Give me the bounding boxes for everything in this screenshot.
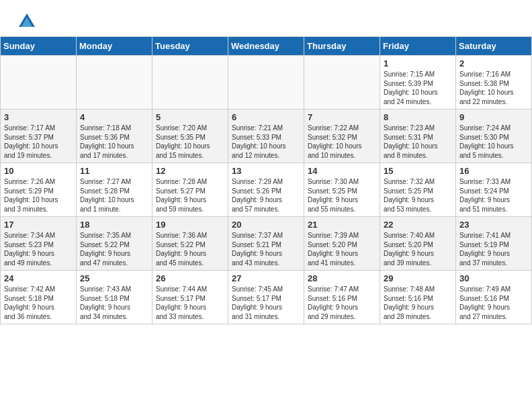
cell-info: Sunrise: 7:48 AM Sunset: 5:16 PM Dayligh… bbox=[384, 285, 452, 321]
day-number: 16 bbox=[459, 166, 528, 176]
day-number: 9 bbox=[459, 112, 528, 122]
day-header-saturday: Saturday bbox=[456, 37, 532, 56]
logo bbox=[16, 12, 36, 31]
day-header-sunday: Sunday bbox=[1, 37, 77, 56]
cell-info: Sunrise: 7:21 AM Sunset: 5:33 PM Dayligh… bbox=[232, 124, 300, 160]
calendar-cell: 2Sunrise: 7:16 AM Sunset: 5:38 PM Daylig… bbox=[456, 56, 532, 109]
cell-info: Sunrise: 7:17 AM Sunset: 5:37 PM Dayligh… bbox=[4, 124, 73, 160]
cell-info: Sunrise: 7:35 AM Sunset: 5:22 PM Dayligh… bbox=[80, 231, 148, 267]
day-number: 7 bbox=[308, 112, 376, 122]
day-header-tuesday: Tuesday bbox=[152, 37, 228, 56]
day-number: 19 bbox=[156, 220, 224, 230]
day-number: 27 bbox=[232, 273, 300, 283]
day-header-monday: Monday bbox=[77, 37, 152, 56]
day-number: 30 bbox=[459, 273, 528, 283]
cell-info: Sunrise: 7:47 AM Sunset: 5:16 PM Dayligh… bbox=[308, 285, 376, 321]
day-header-thursday: Thursday bbox=[304, 37, 380, 56]
cell-info: Sunrise: 7:18 AM Sunset: 5:36 PM Dayligh… bbox=[80, 124, 148, 160]
cell-info: Sunrise: 7:23 AM Sunset: 5:31 PM Dayligh… bbox=[384, 124, 452, 160]
calendar-cell: 5Sunrise: 7:20 AM Sunset: 5:35 PM Daylig… bbox=[152, 109, 228, 163]
day-header-friday: Friday bbox=[380, 37, 456, 56]
day-number: 14 bbox=[308, 166, 376, 176]
cell-info: Sunrise: 7:37 AM Sunset: 5:21 PM Dayligh… bbox=[232, 231, 300, 267]
calendar-cell: 28Sunrise: 7:47 AM Sunset: 5:16 PM Dayli… bbox=[304, 271, 380, 324]
calendar-cell: 20Sunrise: 7:37 AM Sunset: 5:21 PM Dayli… bbox=[228, 217, 304, 271]
calendar-cell: 30Sunrise: 7:49 AM Sunset: 5:16 PM Dayli… bbox=[456, 271, 532, 324]
cell-info: Sunrise: 7:44 AM Sunset: 5:17 PM Dayligh… bbox=[156, 285, 224, 321]
cell-info: Sunrise: 7:20 AM Sunset: 5:35 PM Dayligh… bbox=[156, 124, 224, 160]
calendar-cell: 9Sunrise: 7:24 AM Sunset: 5:30 PM Daylig… bbox=[456, 109, 532, 163]
cell-info: Sunrise: 7:41 AM Sunset: 5:19 PM Dayligh… bbox=[459, 231, 528, 267]
day-number: 13 bbox=[232, 166, 300, 176]
calendar-cell: 7Sunrise: 7:22 AM Sunset: 5:32 PM Daylig… bbox=[304, 109, 380, 163]
page-header bbox=[0, 0, 532, 36]
calendar-cell bbox=[152, 56, 228, 109]
day-number: 6 bbox=[232, 112, 300, 122]
calendar-table: SundayMondayTuesdayWednesdayThursdayFrid… bbox=[0, 36, 532, 324]
calendar-cell: 12Sunrise: 7:28 AM Sunset: 5:27 PM Dayli… bbox=[152, 163, 228, 217]
calendar-cell: 23Sunrise: 7:41 AM Sunset: 5:19 PM Dayli… bbox=[456, 217, 532, 271]
cell-info: Sunrise: 7:39 AM Sunset: 5:20 PM Dayligh… bbox=[308, 231, 376, 267]
cell-info: Sunrise: 7:30 AM Sunset: 5:25 PM Dayligh… bbox=[308, 177, 376, 214]
day-number: 24 bbox=[4, 273, 73, 283]
cell-info: Sunrise: 7:29 AM Sunset: 5:26 PM Dayligh… bbox=[232, 177, 300, 214]
calendar-week-row: 10Sunrise: 7:26 AM Sunset: 5:29 PM Dayli… bbox=[1, 163, 532, 217]
cell-info: Sunrise: 7:22 AM Sunset: 5:32 PM Dayligh… bbox=[308, 124, 376, 160]
calendar-cell bbox=[77, 56, 152, 109]
day-number: 2 bbox=[459, 58, 528, 68]
cell-info: Sunrise: 7:27 AM Sunset: 5:28 PM Dayligh… bbox=[80, 177, 148, 214]
calendar-cell: 21Sunrise: 7:39 AM Sunset: 5:20 PM Dayli… bbox=[304, 217, 380, 271]
day-number: 15 bbox=[384, 166, 452, 176]
day-number: 26 bbox=[156, 273, 224, 283]
cell-info: Sunrise: 7:36 AM Sunset: 5:22 PM Dayligh… bbox=[156, 231, 224, 267]
day-number: 22 bbox=[384, 220, 452, 230]
day-number: 20 bbox=[232, 220, 300, 230]
calendar-cell: 18Sunrise: 7:35 AM Sunset: 5:22 PM Dayli… bbox=[77, 217, 152, 271]
calendar-cell: 11Sunrise: 7:27 AM Sunset: 5:28 PM Dayli… bbox=[77, 163, 152, 217]
calendar-cell: 17Sunrise: 7:34 AM Sunset: 5:23 PM Dayli… bbox=[1, 217, 77, 271]
day-number: 8 bbox=[384, 112, 452, 122]
day-number: 12 bbox=[156, 166, 224, 176]
calendar-cell: 29Sunrise: 7:48 AM Sunset: 5:16 PM Dayli… bbox=[380, 271, 456, 324]
calendar-cell bbox=[228, 56, 304, 109]
cell-info: Sunrise: 7:15 AM Sunset: 5:39 PM Dayligh… bbox=[384, 70, 452, 106]
day-number: 10 bbox=[4, 166, 73, 176]
calendar-week-row: 1Sunrise: 7:15 AM Sunset: 5:39 PM Daylig… bbox=[1, 56, 532, 109]
calendar-cell: 25Sunrise: 7:43 AM Sunset: 5:18 PM Dayli… bbox=[77, 271, 152, 324]
cell-info: Sunrise: 7:42 AM Sunset: 5:18 PM Dayligh… bbox=[4, 285, 73, 321]
calendar-cell: 13Sunrise: 7:29 AM Sunset: 5:26 PM Dayli… bbox=[228, 163, 304, 217]
day-number: 25 bbox=[80, 273, 148, 283]
calendar-cell: 22Sunrise: 7:40 AM Sunset: 5:20 PM Dayli… bbox=[380, 217, 456, 271]
day-number: 1 bbox=[384, 58, 452, 68]
day-number: 29 bbox=[384, 273, 452, 283]
cell-info: Sunrise: 7:43 AM Sunset: 5:18 PM Dayligh… bbox=[80, 285, 148, 321]
day-number: 23 bbox=[459, 220, 528, 230]
calendar-cell: 10Sunrise: 7:26 AM Sunset: 5:29 PM Dayli… bbox=[1, 163, 77, 217]
logo-icon bbox=[17, 12, 36, 31]
day-number: 3 bbox=[4, 112, 73, 122]
cell-info: Sunrise: 7:34 AM Sunset: 5:23 PM Dayligh… bbox=[4, 231, 73, 267]
cell-info: Sunrise: 7:28 AM Sunset: 5:27 PM Dayligh… bbox=[156, 177, 224, 214]
calendar-cell: 14Sunrise: 7:30 AM Sunset: 5:25 PM Dayli… bbox=[304, 163, 380, 217]
cell-info: Sunrise: 7:16 AM Sunset: 5:38 PM Dayligh… bbox=[459, 70, 528, 106]
calendar-cell: 4Sunrise: 7:18 AM Sunset: 5:36 PM Daylig… bbox=[77, 109, 152, 163]
cell-info: Sunrise: 7:40 AM Sunset: 5:20 PM Dayligh… bbox=[384, 231, 452, 267]
calendar-week-row: 3Sunrise: 7:17 AM Sunset: 5:37 PM Daylig… bbox=[1, 109, 532, 163]
day-number: 21 bbox=[308, 220, 376, 230]
calendar-cell: 15Sunrise: 7:32 AM Sunset: 5:25 PM Dayli… bbox=[380, 163, 456, 217]
cell-info: Sunrise: 7:33 AM Sunset: 5:24 PM Dayligh… bbox=[459, 177, 528, 214]
calendar-week-row: 24Sunrise: 7:42 AM Sunset: 5:18 PM Dayli… bbox=[1, 271, 532, 324]
day-number: 4 bbox=[80, 112, 148, 122]
calendar-cell: 26Sunrise: 7:44 AM Sunset: 5:17 PM Dayli… bbox=[152, 271, 228, 324]
cell-info: Sunrise: 7:26 AM Sunset: 5:29 PM Dayligh… bbox=[4, 177, 73, 214]
calendar-header-row: SundayMondayTuesdayWednesdayThursdayFrid… bbox=[1, 37, 532, 56]
day-number: 18 bbox=[80, 220, 148, 230]
day-number: 28 bbox=[308, 273, 376, 283]
cell-info: Sunrise: 7:32 AM Sunset: 5:25 PM Dayligh… bbox=[384, 177, 452, 214]
calendar-cell: 1Sunrise: 7:15 AM Sunset: 5:39 PM Daylig… bbox=[380, 56, 456, 109]
calendar-week-row: 17Sunrise: 7:34 AM Sunset: 5:23 PM Dayli… bbox=[1, 217, 532, 271]
cell-info: Sunrise: 7:24 AM Sunset: 5:30 PM Dayligh… bbox=[459, 124, 528, 160]
calendar-cell: 24Sunrise: 7:42 AM Sunset: 5:18 PM Dayli… bbox=[1, 271, 77, 324]
day-number: 17 bbox=[4, 220, 73, 230]
calendar-cell: 16Sunrise: 7:33 AM Sunset: 5:24 PM Dayli… bbox=[456, 163, 532, 217]
